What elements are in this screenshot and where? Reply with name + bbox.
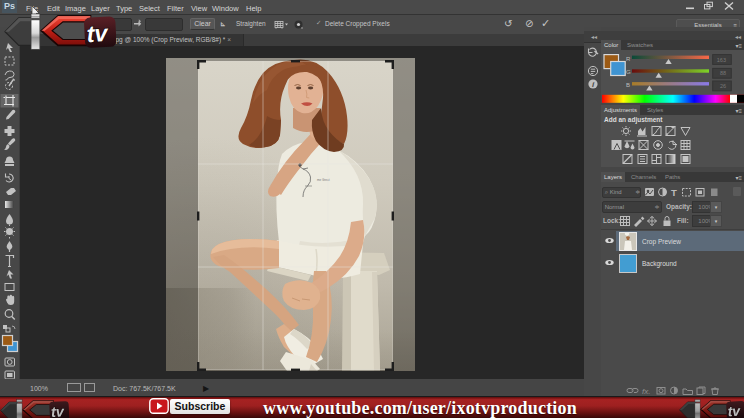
svg-text:G: G <box>626 69 631 75</box>
svg-text:B: B <box>626 82 630 88</box>
svg-text:88: 88 <box>720 70 726 76</box>
svg-text:fx.: fx. <box>642 387 650 396</box>
svg-text:R: R <box>626 56 631 62</box>
svg-text:163: 163 <box>717 57 726 63</box>
svg-text:26: 26 <box>720 83 726 89</box>
svg-text:T: T <box>671 187 677 198</box>
